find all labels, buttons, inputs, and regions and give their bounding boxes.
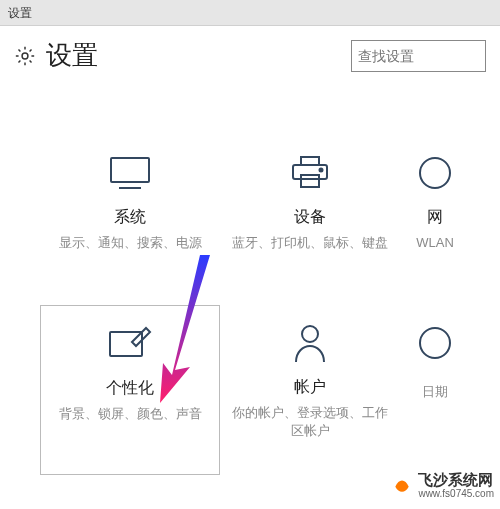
tile-title: 系统 <box>114 207 146 228</box>
svg-point-9 <box>302 326 318 342</box>
display-icon <box>107 149 153 197</box>
search-input[interactable] <box>358 48 479 64</box>
tile-title: 个性化 <box>106 378 154 399</box>
personalize-icon <box>106 320 154 368</box>
tile-devices[interactable]: 设备 蓝牙、打印机、鼠标、键盘 <box>220 135 400 305</box>
person-icon <box>290 319 330 367</box>
svg-point-0 <box>22 53 28 59</box>
svg-point-10 <box>420 328 450 358</box>
tile-title: 网 <box>427 207 443 228</box>
tile-desc: 你的帐户、登录选项、工作区帐户 <box>230 404 390 440</box>
tile-desc: 日期 <box>422 383 448 401</box>
tile-network[interactable]: 网 WLAN <box>400 135 470 305</box>
tile-accounts[interactable]: 帐户 你的帐户、登录选项、工作区帐户 <box>220 305 400 475</box>
tile-desc: 背景、锁屏、颜色、声音 <box>59 405 202 423</box>
tile-desc: 蓝牙、打印机、鼠标、键盘 <box>232 234 388 252</box>
tile-time[interactable]: 日期 <box>400 305 470 475</box>
watermark: 飞沙系统网 www.fs0745.com <box>392 472 494 500</box>
tile-system[interactable]: 系统 显示、通知、搜索、电源 <box>40 135 220 305</box>
svg-point-7 <box>420 158 450 188</box>
window-titlebar: 设置 <box>0 0 500 26</box>
watermark-name: 飞沙系统网 <box>418 472 494 489</box>
tile-desc: 显示、通知、搜索、电源 <box>59 234 202 252</box>
search-box[interactable] <box>351 40 486 72</box>
header: 设置 <box>0 26 500 87</box>
tile-title: 帐户 <box>294 377 326 398</box>
svg-rect-1 <box>111 158 149 182</box>
page-title: 设置 <box>46 38 351 73</box>
svg-rect-3 <box>301 157 319 165</box>
tile-title: 设备 <box>294 207 326 228</box>
svg-point-6 <box>320 169 323 172</box>
settings-grid: 系统 显示、通知、搜索、电源 设备 蓝牙、打印机、鼠标、键盘 网 <box>0 87 500 475</box>
watermark-logo-icon <box>392 475 412 495</box>
printer-icon <box>287 149 333 197</box>
clock-icon <box>415 319 455 367</box>
tile-desc: WLAN <box>416 234 454 252</box>
svg-rect-5 <box>301 175 319 187</box>
tile-personalization[interactable]: 个性化 背景、锁屏、颜色、声音 <box>40 305 220 475</box>
watermark-url: www.fs0745.com <box>418 488 494 499</box>
globe-icon <box>415 149 455 197</box>
window-title: 设置 <box>8 6 32 20</box>
gear-icon <box>14 45 36 67</box>
